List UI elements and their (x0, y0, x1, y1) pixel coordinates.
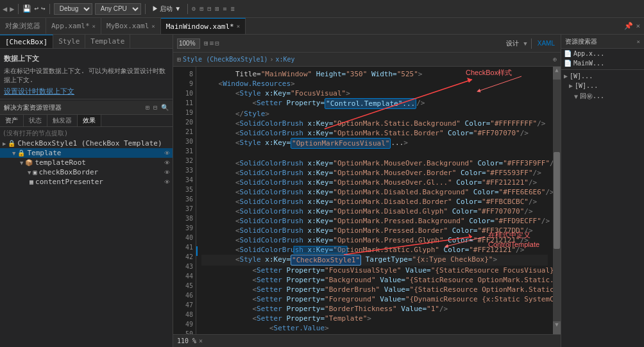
breadcrumb-xkey[interactable]: x:Key (276, 56, 295, 63)
tab-app-xaml[interactable]: App.xaml* × (46, 18, 101, 34)
breadcrumb-icon: ⊞ (177, 56, 181, 63)
right-panel-tree-3[interactable]: ▼ 回㊙... (561, 90, 644, 102)
panel-buttons: 📌 × (620, 18, 644, 34)
tree-item-contentpresenter[interactable]: ▦ contentPresenter 👁 (0, 177, 173, 187)
tab-close-app-xaml[interactable]: × (92, 23, 96, 30)
right-panel: 资源搜索器 × 📄 App.x... 📄 MainW... ▶ [W]... ▶… (561, 35, 644, 347)
scroll-up-btn[interactable]: ▲ (553, 67, 561, 80)
breadcrumb: ⊞ Style (CheckBoxStyle1) › x:Key ⊕ (173, 53, 561, 67)
data-context-header: 数据上下文 (4, 51, 169, 65)
right-panel-header: 资源搜索器 × (561, 35, 644, 49)
right-panel-close[interactable]: × (637, 38, 640, 45)
set-context-link[interactable]: 设置设计时数据上下文 (4, 87, 74, 96)
run-button[interactable]: ▶ 启动 ▼ (149, 4, 183, 14)
tab-close-mybox-xaml[interactable]: × (151, 23, 155, 30)
code-line-38: <SolidColorBrush x:Key="OptionMark.Press… (201, 235, 548, 245)
undo-icon[interactable]: ↩ (34, 4, 38, 13)
collapse-icon[interactable]: ⊕ (553, 56, 557, 63)
code-line-10: <Style x:Key="FocusVisual"> (201, 89, 548, 98)
pin-icon[interactable]: 📌 (624, 22, 633, 30)
save-icon[interactable]: 💾 (22, 4, 31, 13)
checkboxborder-icon: ▣ (33, 169, 37, 176)
center-editor: ⊞ ≡ ⊟ 设计 ▼ XAML ⊞ Style (CheckBoxStyle1)… (173, 35, 561, 347)
scroll-track[interactable] (553, 80, 561, 321)
tab-style[interactable]: Style (53, 35, 85, 48)
cpu-dropdown[interactable]: Any CPU (95, 3, 141, 15)
grid-icon[interactable]: ⊞ (204, 39, 208, 47)
right-panel-item-app[interactable]: 📄 App.x... (561, 49, 644, 58)
tree-item-checkboxstyle[interactable]: ▶ 🔒 CheckBoxStyle1 (CheckBox Template) (0, 139, 173, 148)
right-panel-title: 资源搜索器 (565, 37, 597, 46)
tree-item-checkboxborder[interactable]: ▼ ▣ checkBoxBorder 👁 (0, 167, 173, 177)
panel-tab-bar: 资产 状态 触发器 效果 (0, 115, 173, 127)
tab-object-browser[interactable]: 对象浏览器 (0, 18, 46, 34)
tree-item-templateroot[interactable]: ▼ 📦 templateRoot 👁 (0, 158, 173, 167)
code-content[interactable]: CheckBox样式 在样式中定义 ControlTemplate (196, 67, 553, 334)
code-line-36: <SolidColorBrush x:Key="OptionMark.Press… (201, 216, 548, 226)
panel-tab-effects[interactable]: 效果 (78, 115, 101, 126)
redo-icon[interactable]: ↪ (41, 4, 46, 13)
contentpresenter-icon: ▦ (30, 178, 33, 185)
code-line-40: <Style x:Key="CheckBoxStyle1" TargetType… (201, 255, 548, 266)
zoom-reset-btn[interactable]: × (199, 337, 203, 344)
code-line-32: <SolidColorBrush x:Key="OptionMark.Mouse… (201, 178, 548, 187)
tab-spacer (246, 18, 620, 34)
chevron-icon-checkboxstyle: ▶ (3, 140, 6, 147)
design-button[interactable]: 设计 (504, 38, 521, 49)
code-line-blank1: </Style> (201, 109, 548, 119)
scroll-thumb[interactable] (554, 152, 560, 249)
design-label: 设计 (506, 40, 519, 47)
toolbar-sep-4 (187, 4, 188, 14)
tree-item-template[interactable]: ▼ 🔒 Template 👁 (0, 148, 173, 158)
zoom-input[interactable] (177, 38, 200, 49)
split-icon[interactable]: ⊟ (215, 39, 219, 47)
data-context-link: 设置设计时数据上下文 (4, 87, 169, 96)
contentpresenter-label: contentPresenter (35, 178, 103, 186)
breadcrumb-style[interactable]: Style (CheckBoxStyle1) (183, 56, 267, 63)
forward-icon[interactable]: ▶ (10, 4, 14, 13)
file-icon-app: 📄 (564, 50, 572, 57)
eye-icon-4: 👁 (164, 179, 170, 185)
folder-icon-1: ▶ (564, 72, 568, 80)
close-panel-icon[interactable]: × (636, 22, 640, 30)
code-line-37: <SolidColorBrush x:Key="OptionMark.Press… (201, 226, 548, 235)
panel-tab-state[interactable]: 状态 (24, 115, 47, 126)
code-line-blank2 (201, 149, 548, 158)
code-line-46: <Setter Property="Template"> (201, 314, 548, 323)
code-line-34: <SolidColorBrush x:Key="OptionMark.Disab… (201, 197, 548, 207)
tab-checkbox[interactable]: [CheckBox] (0, 35, 53, 48)
scroll-down-btn[interactable]: ▼ (553, 321, 561, 334)
tree-item-no-nodes: (没有打开的节点提取) (0, 128, 173, 139)
templateroot-label: templateRoot (35, 158, 85, 167)
list-icon[interactable]: ≡ (210, 39, 214, 47)
right-panel-item-app-label: App.x... (573, 50, 604, 57)
right-panel-tree-3-label: 回㊙... (580, 92, 604, 101)
tab-template[interactable]: Template (85, 35, 130, 48)
code-line-47: <Setter.Value> (201, 323, 548, 333)
code-line-41: <Setter Property="FocusVisualStyle" Valu… (201, 266, 548, 275)
xaml-button[interactable]: XAML (536, 39, 557, 47)
debug-dropdown[interactable]: Debug (54, 3, 92, 15)
main-layout: [CheckBox] Style Template 数据上下文 未在标记中设置数… (0, 35, 644, 347)
toolbar-sep-editor (531, 38, 532, 49)
tab-mybox-xaml[interactable]: MyBox.xaml × (101, 18, 161, 34)
code-line-44: <Setter Property="Foreground" Value="{Dy… (201, 294, 548, 304)
tab-mainwindow-xaml[interactable]: MainWindow.xaml* × (161, 18, 246, 34)
vertical-scrollbar[interactable]: ▲ ▼ (553, 67, 561, 334)
tab-close-mainwindow-xaml[interactable]: × (237, 23, 240, 30)
code-line-30: <SolidColorBrush x:Key="OptionMark.Mouse… (201, 158, 548, 168)
design-dropdown-icon[interactable]: ▼ (523, 40, 527, 47)
eye-icon: 👁 (164, 150, 170, 157)
data-context-desc: 未在标记中设置数据上下文. 可以为根对象设置设计时数据上下文. (4, 67, 169, 85)
right-panel-tree-1[interactable]: ▶ [W]... (561, 71, 644, 81)
back-icon[interactable]: ◀ (3, 4, 7, 13)
right-panel-tree-2[interactable]: ▶ [W]... (561, 81, 644, 90)
panel-tab-assets[interactable]: 资产 (0, 115, 24, 126)
design-tab-bar: [CheckBox] Style Template (0, 35, 173, 49)
right-panel-item-main[interactable]: 📄 MainW... (561, 58, 644, 68)
panel-divider (561, 69, 644, 70)
breadcrumb-sep: › (269, 56, 273, 63)
panel-tab-trigger[interactable]: 触发器 (47, 115, 78, 126)
code-line-19: <SolidColorBrush x:Key="OptionMark.Stati… (201, 119, 548, 128)
misc-icons: ⚙ ⊞ ⊟ ⊠ ≡ ≣ (192, 5, 234, 12)
